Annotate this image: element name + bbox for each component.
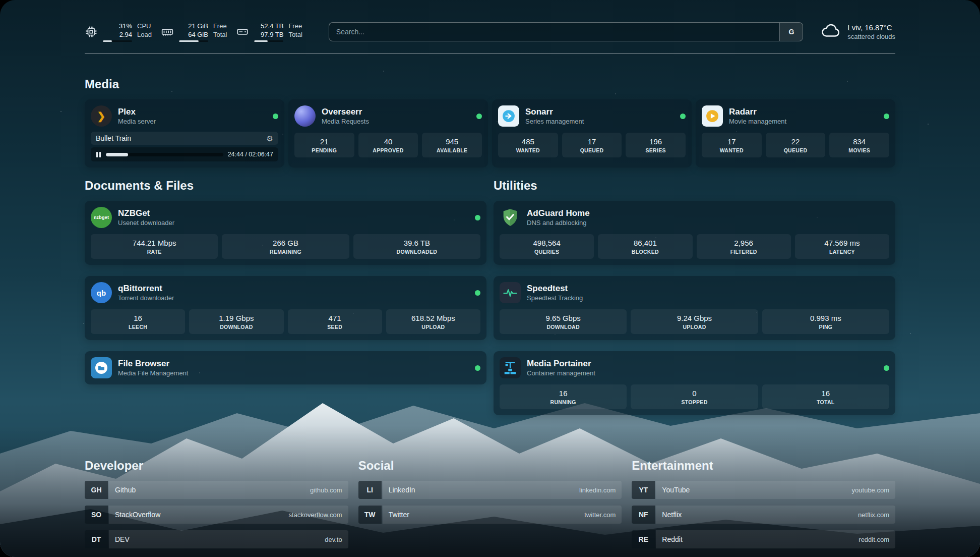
nzbget-icon-text: nzbget — [94, 215, 109, 220]
bookmark-dev[interactable]: DT DEV dev.to — [85, 530, 348, 548]
app-name: Overseerr — [322, 106, 369, 117]
stat-label: LEECH — [93, 323, 183, 330]
app-name: NZBGet — [118, 208, 174, 218]
radarr-card[interactable]: Radarr Movie management 17 WANTED 22 QUE… — [696, 99, 895, 168]
nzbget-card-header: nzbget NZBGet Usenet downloader — [91, 207, 480, 228]
bookmark-reddit[interactable]: RE Reddit reddit.com — [632, 530, 895, 548]
stat-label: PING — [764, 323, 887, 330]
memory-total-value: 64 GiB — [188, 30, 208, 39]
bookmark-abbr: DT — [85, 530, 108, 548]
stat-value: 9.24 Gbps — [633, 313, 756, 323]
bookmark-url: dev.to — [325, 536, 342, 543]
stat-value: 471 — [290, 313, 380, 323]
bookmark-netflix[interactable]: NF Netflix netflix.com — [632, 506, 895, 524]
bookmark-abbr: NF — [632, 506, 655, 524]
bookmark-twitter[interactable]: TW Twitter twitter.com — [358, 506, 622, 524]
plex-card[interactable]: ❯ Plex Media server Bullet Train ⚙ — [85, 99, 284, 168]
search-engine-button[interactable]: G — [779, 23, 803, 41]
stat-label: RATE — [93, 248, 216, 255]
status-dot — [884, 365, 889, 371]
bookmark-name: YouTube — [662, 486, 690, 494]
bookmark-group-social: Social LI LinkedIn linkedin.com TW Twitt… — [358, 459, 622, 555]
stat-label: LATENCY — [797, 248, 887, 255]
cpu-labels: CPU Load — [137, 22, 152, 42]
bookmark-stackoverflow[interactable]: SO StackOverflow stackoverflow.com — [85, 506, 348, 524]
bookmark-url: twitter.com — [584, 511, 616, 519]
stat-value: 744.21 Mbps — [93, 238, 216, 248]
speedtest-card[interactable]: Speedtest Speedtest Tracking 9.65 Gbps D… — [494, 276, 895, 340]
overseerr-card[interactable]: Overseerr Media Requests 21 PENDING 40 A… — [288, 99, 488, 168]
search-input[interactable] — [329, 23, 779, 41]
stat-value: 196 — [628, 137, 684, 146]
status-dot — [475, 215, 480, 220]
app-subtitle: Movie management — [729, 117, 786, 126]
app-subtitle: DNS and adblocking — [527, 218, 590, 227]
portainer-card-header: Media Portainer Container management — [500, 357, 889, 378]
filebrowser-card[interactable]: File Browser Media File Management — [85, 351, 486, 384]
bookmark-name: DEV — [115, 535, 130, 543]
memory-widget: 21 GiB 64 GiB Free Total — [161, 22, 227, 42]
status-dot — [273, 114, 278, 119]
now-playing-row: Bullet Train ⚙ — [91, 132, 278, 145]
stat: 47.569 ms LATENCY — [795, 234, 889, 259]
stat: 744.21 Mbps RATE — [91, 234, 218, 259]
cpu-label-top: CPU — [137, 22, 152, 30]
status-dot — [884, 114, 889, 119]
bookmark-youtube[interactable]: YT YouTube youtube.com — [632, 481, 895, 499]
app-name: Sonarr — [525, 106, 584, 117]
documents-column: Documents & Files nzbget NZBGet Usenet d… — [85, 179, 486, 426]
bookmark-abbr: RE — [632, 530, 655, 548]
app-subtitle: Container management — [527, 369, 595, 377]
adguard-card[interactable]: AdGuard Home DNS and adblocking 498,564 … — [494, 201, 895, 265]
qbittorrent-card-header: qb qBittorrent Torrent downloader — [91, 282, 480, 303]
stat-label: UPLOAD — [633, 323, 756, 330]
stat-value: 266 GB — [224, 238, 347, 248]
qbittorrent-card[interactable]: qb qBittorrent Torrent downloader 16 LEE… — [85, 276, 486, 340]
app-name: Speedtest — [527, 283, 583, 294]
stat-value: 86,401 — [600, 238, 690, 248]
portainer-card[interactable]: Media Portainer Container management 16 … — [494, 351, 895, 415]
radarr-icon — [702, 105, 723, 127]
stat-value: 485 — [500, 137, 556, 146]
sonarr-card[interactable]: Sonarr Series management 485 WANTED 17 Q… — [492, 99, 692, 168]
stat-value: 618.52 Mbps — [388, 313, 478, 323]
stat-value: 17 — [564, 137, 620, 146]
app-subtitle: Series management — [525, 117, 584, 126]
two-column-section: Documents & Files nzbget NZBGet Usenet d… — [85, 179, 895, 426]
memory-icon — [161, 25, 174, 38]
nzbget-card[interactable]: nzbget NZBGet Usenet downloader 744.21 M… — [85, 201, 486, 265]
status-dot — [475, 290, 480, 296]
stat-label: AVAILABLE — [424, 147, 480, 154]
section-title-entertainment: Entertainment — [632, 459, 895, 473]
stat: 22 QUEUED — [766, 133, 826, 157]
disk-progress-bar — [254, 40, 283, 42]
stat-value: 498,564 — [502, 238, 592, 248]
app-subtitle: Media Requests — [322, 117, 369, 126]
memory-free-value: 21 GiB — [188, 22, 208, 30]
pause-button[interactable] — [96, 152, 101, 157]
app-name: Plex — [118, 106, 156, 117]
plex-card-header: ❯ Plex Media server — [91, 105, 278, 127]
qbittorrent-stats: 16 LEECH 1.19 Gbps DOWNLOAD 471 SEED 6 — [91, 309, 480, 334]
stat-label: REMAINING — [224, 248, 347, 255]
app-subtitle: Media server — [118, 117, 156, 126]
stat: 17 QUEUED — [562, 133, 622, 157]
bookmark-github[interactable]: GH Github github.com — [85, 481, 348, 499]
stat-label: STOPPED — [633, 399, 756, 406]
topbar-divider — [85, 53, 895, 54]
section-media: Media ❯ Plex Media server — [85, 77, 895, 168]
bookmark-url: netflix.com — [858, 511, 889, 519]
bookmark-name: Netflix — [662, 511, 682, 519]
disk-widget: 52.4 TB 97.9 TB Free Total — [236, 22, 302, 42]
overseerr-card-header: Overseerr Media Requests — [294, 105, 482, 127]
stat-value: 17 — [704, 137, 760, 146]
playback-progress-bar[interactable] — [106, 153, 223, 156]
app-subtitle: Torrent downloader — [118, 294, 174, 302]
memory-label-top: Free — [213, 22, 227, 30]
filebrowser-icon — [91, 357, 112, 378]
sonarr-stats: 485 WANTED 17 QUEUED 196 SERIES — [498, 133, 686, 157]
bookmark-linkedin[interactable]: LI LinkedIn linkedin.com — [358, 481, 622, 499]
settings-gear-icon[interactable]: ⚙ — [267, 135, 273, 142]
status-dot — [680, 114, 686, 119]
stat-label: QUEUED — [768, 147, 824, 154]
